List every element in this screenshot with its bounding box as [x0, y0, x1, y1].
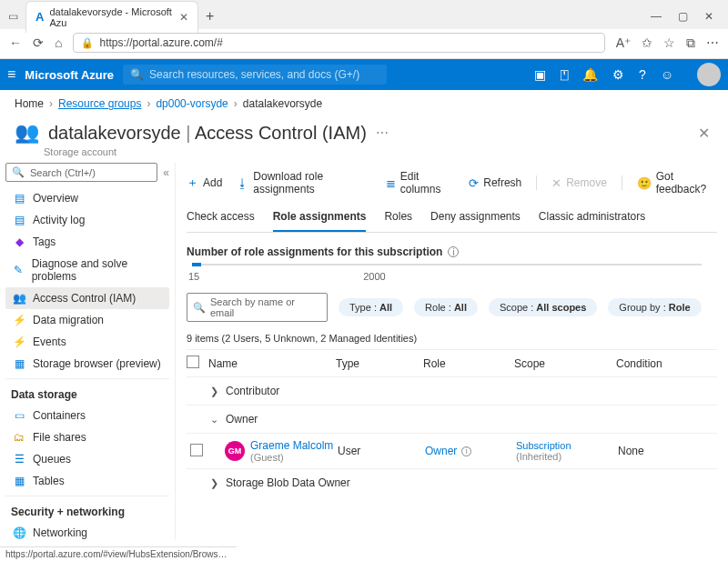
download-assignments-button[interactable]: ⭳Download role assignments — [237, 170, 370, 195]
migration-icon: ⚡ — [13, 314, 25, 326]
tab-roles[interactable]: Roles — [384, 203, 412, 232]
window-minimize-icon[interactable]: — — [651, 10, 662, 23]
back-button[interactable]: ← — [9, 35, 22, 50]
scope-link[interactable]: Subscription — [516, 440, 571, 451]
tab-check-access[interactable]: Check access — [187, 203, 255, 232]
refresh-button-toolbar[interactable]: ⟳Refresh — [469, 176, 521, 190]
filter-scope[interactable]: Scope : All scopes — [489, 298, 597, 316]
sidebar-item-diagnose[interactable]: ✎Diagnose and solve problems — [5, 253, 169, 287]
portal-search[interactable]: 🔍 Search resources, services, and docs (… — [123, 65, 387, 85]
filter-role[interactable]: Role : All — [414, 298, 478, 316]
tab-role-assignments[interactable]: Role assignments — [273, 203, 367, 232]
column-name[interactable]: Name — [208, 357, 336, 370]
window-close-icon[interactable]: ✕ — [704, 10, 713, 23]
add-button[interactable]: ＋Add — [187, 175, 222, 191]
row-checkbox[interactable] — [190, 444, 203, 456]
favorites-icon[interactable]: ☆ — [663, 35, 675, 51]
sidebar-item-networking[interactable]: 🌐Networking — [5, 522, 169, 544]
star-icon[interactable]: ✩ — [642, 35, 652, 51]
brand-label[interactable]: Microsoft Azure — [25, 68, 114, 82]
sidebar-item-tags[interactable]: ◆Tags — [5, 231, 169, 253]
filter-type[interactable]: Type : All — [339, 298, 403, 316]
portal-menu-icon[interactable]: ≡ — [7, 66, 15, 83]
address-bar[interactable]: 🔒 https://portal.azure.com/# — [73, 33, 604, 53]
sidebar-item-storage-browser[interactable]: ▦Storage browser (preview) — [5, 353, 169, 375]
collections-icon[interactable]: ⧉ — [686, 35, 695, 51]
column-role[interactable]: Role — [423, 357, 514, 370]
filter-group-by[interactable]: Group by : Role — [608, 298, 701, 316]
sidebar-search-placeholder: Search (Ctrl+/) — [30, 167, 96, 178]
group-owner[interactable]: ⌄ Owner — [187, 405, 717, 433]
assignment-count-bar — [192, 264, 702, 265]
tab-title: datalakevorsyde - Microsoft Azu — [49, 6, 174, 28]
new-tab-button[interactable]: + — [206, 8, 214, 25]
tab-classic-admins[interactable]: Classic administrators — [539, 203, 645, 232]
info-icon[interactable]: i — [448, 246, 459, 257]
sidebar-header-data-storage: Data storage — [5, 378, 169, 405]
search-icon: 🔍 — [193, 302, 206, 314]
feedback-icon: 🙂 — [637, 176, 652, 190]
sidebar-search[interactable]: 🔍 Search (Ctrl+/) — [5, 163, 157, 182]
notifications-icon[interactable]: 🔔 — [582, 67, 598, 82]
sidebar-item-events[interactable]: ⚡Events — [5, 331, 169, 353]
table-header: Name Type Role Scope Condition — [187, 349, 717, 376]
chevron-right-icon: › — [49, 97, 53, 110]
user-avatar: GM — [225, 441, 245, 461]
edit-columns-button[interactable]: ≣Edit columns — [386, 170, 454, 195]
identity-icon: 👥 — [15, 121, 39, 145]
window-maximize-icon[interactable]: ▢ — [678, 10, 688, 23]
more-commands-icon[interactable]: ⋯ — [376, 125, 389, 140]
directory-icon[interactable]: ⍞ — [561, 67, 568, 82]
sidebar-item-activity[interactable]: ▤Activity log — [5, 209, 169, 231]
sidebar-item-data-migration[interactable]: ⚡Data migration — [5, 309, 169, 331]
row-role[interactable]: Owner i — [425, 445, 516, 457]
filter-search-input[interactable]: 🔍 Search by name or email — [187, 293, 328, 322]
close-tab-icon[interactable]: ✕ — [179, 11, 188, 24]
breadcrumb-rg-name[interactable]: dp000-vorsyde — [156, 97, 228, 110]
filter-search-placeholder: Search by name or email — [210, 296, 321, 318]
settings-icon[interactable]: ⚙ — [612, 67, 624, 82]
help-icon[interactable]: ? — [639, 67, 646, 82]
feedback-button[interactable]: 🙂Got feedback? — [637, 170, 717, 195]
collapse-sidebar-icon[interactable]: « — [163, 166, 169, 179]
group-blob-owner[interactable]: ❯ Storage Blob Data Owner — [187, 468, 717, 496]
sidebar-item-queues[interactable]: ☰Queues — [5, 448, 169, 470]
column-type[interactable]: Type — [336, 357, 423, 370]
sidebar-item-file-shares[interactable]: 🗂File shares — [5, 426, 169, 448]
file-shares-icon: 🗂 — [13, 431, 25, 444]
column-condition[interactable]: Condition — [616, 357, 689, 370]
select-all-checkbox[interactable] — [187, 356, 199, 368]
table-row[interactable]: GM Graeme Malcolm (Guest) User Owner i S… — [187, 433, 717, 468]
info-icon[interactable]: i — [461, 446, 471, 456]
sidebar-item-tables[interactable]: ▦Tables — [5, 470, 169, 492]
feedback-header-icon[interactable]: ☺ — [661, 67, 673, 82]
tab-actions-icon[interactable]: ▭ — [5, 9, 20, 24]
account-avatar[interactable] — [697, 63, 721, 86]
home-button[interactable]: ⌂ — [55, 35, 62, 50]
user-name-link[interactable]: Graeme Malcolm — [250, 439, 338, 452]
breadcrumb-resource-groups[interactable]: Resource groups — [58, 97, 141, 110]
group-contributor[interactable]: ❯ Contributor — [187, 376, 717, 405]
refresh-button[interactable]: ⟳ — [33, 35, 44, 50]
more-icon[interactable]: ⋯ — [706, 35, 719, 51]
tab-deny-assignments[interactable]: Deny assignments — [430, 203, 521, 232]
sidebar-item-access-control[interactable]: 👥Access Control (IAM) — [5, 287, 169, 309]
column-scope[interactable]: Scope — [514, 357, 616, 370]
cloud-shell-icon[interactable]: ▣ — [534, 67, 546, 82]
browser-tab[interactable]: A datalakevorsyde - Microsoft Azu ✕ — [25, 1, 198, 33]
assignment-count-max: 2000 — [363, 271, 385, 282]
breadcrumb: Home › Resource groups › dp000-vorsyde ›… — [0, 90, 728, 117]
close-blade-icon[interactable]: ✕ — [698, 125, 713, 142]
read-aloud-icon[interactable]: A⁺ — [616, 35, 631, 51]
tables-icon: ▦ — [13, 475, 25, 487]
sidebar-item-overview[interactable]: ▤Overview — [5, 187, 169, 209]
chevron-right-icon: › — [234, 97, 238, 110]
activity-log-icon: ▤ — [13, 214, 25, 226]
chevron-right-icon: ❯ — [210, 386, 218, 397]
columns-icon: ≣ — [386, 176, 396, 190]
breadcrumb-resource[interactable]: datalakevorsyde — [243, 97, 322, 110]
assignment-count-label: Number of role assignments for this subs… — [187, 245, 442, 258]
breadcrumb-home[interactable]: Home — [15, 97, 44, 110]
row-condition: None — [618, 445, 691, 457]
sidebar-item-containers[interactable]: ▭Containers — [5, 405, 169, 426]
